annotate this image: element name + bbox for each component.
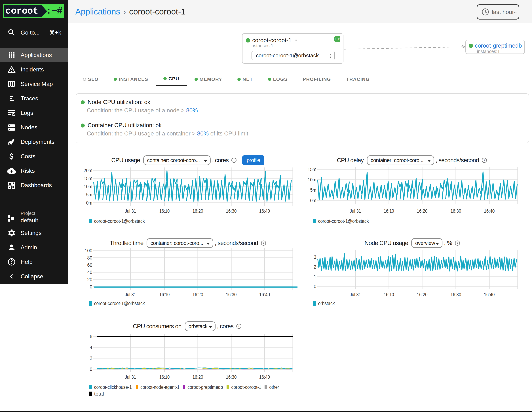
svg-text:16:10: 16:10 [159, 208, 170, 214]
svg-text:Jul 31: Jul 31 [125, 208, 136, 214]
svg-text:coroot-clickhouse-1: coroot-clickhouse-1 [94, 384, 132, 390]
svg-text:15m: 15m [308, 167, 316, 172]
svg-text:16:40: 16:40 [484, 208, 495, 214]
svg-text:coroot-coroot-1@orbstack: coroot-coroot-1@orbstack [318, 218, 369, 224]
svg-text:20m: 20m [84, 168, 92, 173]
svg-text:1: 1 [314, 274, 316, 280]
svg-text:2: 2 [314, 264, 316, 270]
svg-text:5m: 5m [86, 192, 92, 197]
svg-text:20: 20 [87, 277, 92, 282]
svg-text:15m: 15m [84, 176, 92, 181]
svg-text:5m: 5m [310, 187, 316, 193]
svg-text:10m: 10m [84, 184, 92, 189]
svg-text:6: 6 [90, 334, 92, 339]
svg-text:orbstack: orbstack [318, 301, 335, 306]
svg-text:16:40: 16:40 [259, 292, 270, 297]
svg-text:16:40: 16:40 [259, 208, 270, 214]
svg-text:Jul 31: Jul 31 [125, 292, 136, 297]
svg-text:16:10: 16:10 [159, 375, 170, 380]
svg-text:2: 2 [90, 356, 92, 361]
svg-text:Jul 31: Jul 31 [125, 375, 136, 380]
svg-text:16:20: 16:20 [192, 375, 203, 380]
svg-text:4: 4 [90, 345, 92, 350]
svg-text:coroot-node-agent-1: coroot-node-agent-1 [140, 384, 180, 390]
svg-text:16:40: 16:40 [259, 375, 270, 380]
svg-text:0m: 0m [310, 198, 316, 203]
svg-text:Jul 31: Jul 31 [350, 292, 361, 297]
svg-text:coroot-greptimedb: coroot-greptimedb [188, 384, 223, 390]
svg-text:16:20: 16:20 [417, 292, 428, 297]
svg-text:0m: 0m [86, 200, 92, 206]
svg-text:60: 60 [87, 262, 92, 268]
svg-text:16:40: 16:40 [484, 292, 495, 297]
svg-text:16:30: 16:30 [226, 375, 237, 380]
svg-text:16:20: 16:20 [417, 208, 428, 214]
svg-text:16:10: 16:10 [384, 208, 394, 214]
svg-text:16:30: 16:30 [226, 292, 237, 297]
svg-text:16:20: 16:20 [192, 208, 203, 214]
svg-text:0: 0 [314, 284, 316, 289]
svg-text:10m: 10m [308, 177, 316, 182]
svg-text:16:30: 16:30 [451, 292, 461, 297]
svg-text:16:10: 16:10 [159, 292, 170, 297]
svg-text:coroot-coroot-1@orbstack: coroot-coroot-1@orbstack [94, 218, 145, 224]
svg-text:coroot-coroot-1@orbstack: coroot-coroot-1@orbstack [94, 301, 145, 306]
svg-text:total: total [94, 391, 104, 397]
svg-text:16:30: 16:30 [451, 208, 461, 214]
svg-text:80: 80 [87, 255, 92, 261]
svg-text:16:30: 16:30 [226, 208, 237, 214]
svg-text:coroot-coroot-1: coroot-coroot-1 [231, 384, 261, 390]
svg-text:3: 3 [314, 254, 316, 260]
svg-text:40: 40 [87, 270, 92, 275]
svg-text:0: 0 [90, 284, 92, 290]
svg-text:0: 0 [90, 367, 92, 372]
svg-text:16:20: 16:20 [192, 292, 203, 297]
svg-text:16:10: 16:10 [384, 292, 394, 297]
svg-text:100: 100 [85, 248, 92, 253]
svg-text:other: other [269, 384, 279, 390]
svg-text:Jul 31: Jul 31 [350, 208, 361, 214]
